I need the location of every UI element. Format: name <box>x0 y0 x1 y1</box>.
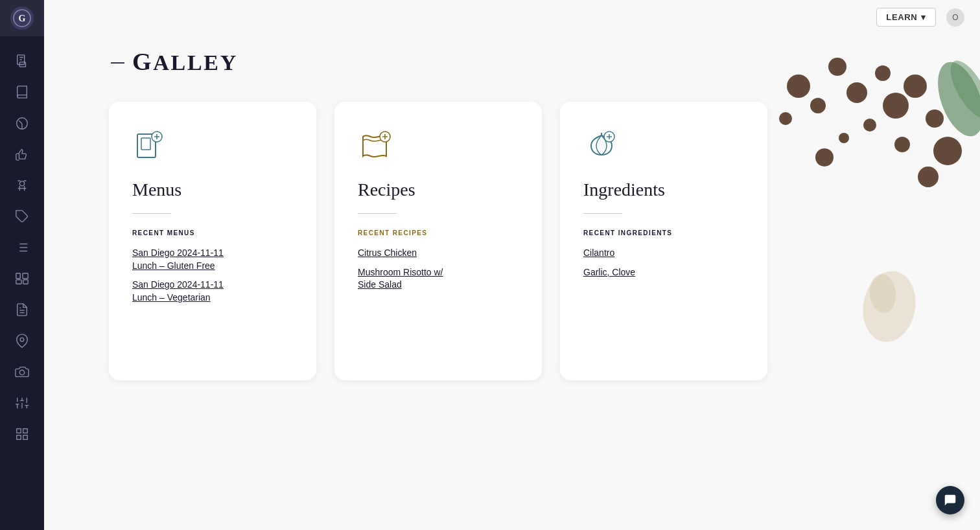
ingredient-item-1[interactable]: Cilantro <box>583 247 744 260</box>
menus-card-title: Menus <box>132 179 293 200</box>
svg-rect-29 <box>17 429 21 433</box>
cards-container: Menus RECENT MENUS San Diego 2024-11-11L… <box>109 102 941 380</box>
recipes-card: Recipes RECENT RECIPES Citrus Chicken Mu… <box>334 102 542 380</box>
svg-point-33 <box>787 75 810 98</box>
menus-section-label: RECENT MENUS <box>132 229 293 236</box>
svg-point-19 <box>19 370 24 374</box>
svg-rect-32 <box>17 435 21 439</box>
sidebar-item-documents[interactable] <box>0 47 44 75</box>
brand-name: GALLEY <box>132 47 238 76</box>
user-avatar[interactable]: O <box>946 8 964 27</box>
recipes-section-label: RECENT RECIPES <box>358 229 519 236</box>
sidebar-nav <box>0 41 44 454</box>
sidebar-item-list[interactable] <box>0 233 44 262</box>
menus-card: Menus RECENT MENUS San Diego 2024-11-11L… <box>109 102 316 380</box>
recipes-card-icon <box>358 128 394 164</box>
svg-text:G: G <box>19 14 26 23</box>
ingredients-card-icon <box>583 128 620 164</box>
menus-card-icon <box>132 128 169 164</box>
svg-rect-15 <box>23 280 28 284</box>
svg-rect-13 <box>23 273 28 279</box>
content-area: ⸺ GALLEY <box>44 34 980 530</box>
svg-point-4 <box>19 181 24 186</box>
recipes-card-title: Recipes <box>358 179 519 200</box>
key-icon: ⸺ <box>109 51 127 73</box>
svg-rect-30 <box>23 429 27 433</box>
sidebar-item-tag[interactable] <box>0 202 44 231</box>
svg-point-18 <box>20 338 24 341</box>
sidebar-item-location[interactable] <box>0 327 44 355</box>
sidebar-logo[interactable]: G <box>0 0 44 36</box>
svg-rect-53 <box>141 138 150 150</box>
ingredients-card-title: Ingredients <box>583 179 744 200</box>
sidebar-item-chef[interactable] <box>0 171 44 200</box>
sidebar-item-cards[interactable] <box>0 264 44 293</box>
sidebar-logo-circle: G <box>10 6 34 30</box>
recipe-item-2[interactable]: Mushroom Risotto w/Side Salad <box>358 266 519 292</box>
sidebar-item-book[interactable] <box>0 78 44 106</box>
sidebar: G <box>0 0 44 530</box>
recipe-item-1[interactable]: Citrus Chicken <box>358 247 519 260</box>
ingredients-section-label: RECENT INGREDIENTS <box>583 229 744 236</box>
ingredients-divider <box>583 213 622 214</box>
svg-rect-14 <box>16 280 21 284</box>
recipes-divider <box>358 213 397 214</box>
sidebar-item-file[interactable] <box>0 295 44 324</box>
svg-point-36 <box>846 82 867 103</box>
svg-rect-31 <box>23 435 27 439</box>
main-content: LEARN ▾ O ⸺ GALLEY <box>44 0 980 530</box>
menu-item-1[interactable]: San Diego 2024-11-11Lunch – Gluten Free <box>132 247 293 272</box>
menus-divider <box>132 213 171 214</box>
svg-rect-12 <box>16 273 20 279</box>
sidebar-item-camera[interactable] <box>0 358 44 386</box>
chevron-down-icon: ▾ <box>921 12 926 22</box>
ingredients-card: Ingredients RECENT INGREDIENTS Cilantro … <box>560 102 767 380</box>
learn-button[interactable]: LEARN ▾ <box>876 8 936 27</box>
sidebar-item-grid[interactable] <box>0 420 44 448</box>
sidebar-item-thumbsup[interactable] <box>0 140 44 168</box>
learn-label: LEARN <box>886 12 917 22</box>
chat-button[interactable] <box>936 486 964 514</box>
menu-item-2[interactable]: San Diego 2024-11-11Lunch – Vegetarian <box>132 279 293 304</box>
svg-point-41 <box>904 75 927 98</box>
ingredient-item-2[interactable]: Garlic, Clove <box>583 266 744 279</box>
topbar: LEARN ▾ O <box>44 0 980 34</box>
sidebar-item-sliders[interactable] <box>0 389 44 417</box>
svg-point-49 <box>943 55 980 124</box>
sidebar-item-leaf[interactable] <box>0 109 44 137</box>
brand-logo: ⸺ GALLEY <box>109 47 941 76</box>
